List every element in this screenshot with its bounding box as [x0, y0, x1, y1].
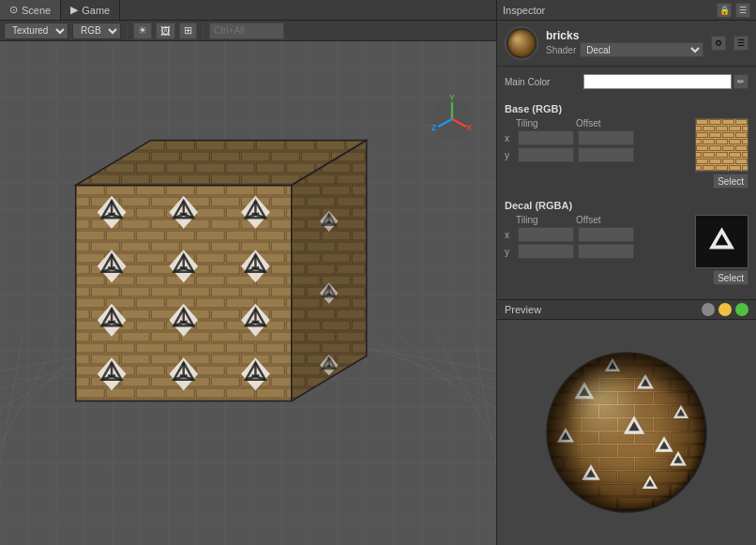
scene-tab-label: Scene [22, 5, 51, 16]
base-tiling-y-input[interactable]: 1 [518, 147, 574, 162]
shader-dropdown[interactable]: Decal [580, 42, 703, 57]
scene-viewport[interactable] [0, 41, 496, 545]
decal-rgba-section: Decal (RGBA) Tiling Offset x 4 [497, 192, 756, 289]
material-settings-btn[interactable]: ⚙ [711, 36, 726, 51]
base-tiling-x-input[interactable]: 1 [518, 130, 574, 145]
scene-canvas [0, 41, 496, 545]
preview-title: Preview [505, 304, 702, 315]
base-offset-y-input[interactable]: 0 [578, 147, 634, 162]
base-texture-preview [695, 118, 748, 172]
base-texture-controls: Tiling Offset x 1 0 y 1 [505, 118, 689, 164]
shader-label: Shader [546, 45, 576, 55]
color-space-select[interactable]: RGB [72, 23, 121, 39]
base-y-label: y [505, 150, 514, 160]
preview-header: Preview [497, 299, 756, 320]
decal-tiling-x-input[interactable]: 4 [518, 227, 574, 242]
toolbar-divider-1 [127, 23, 128, 38]
decal-texture-controls: Tiling Offset x 4 0 y 4 [505, 215, 689, 261]
main-color-input[interactable] [583, 74, 732, 89]
decal-rgba-title: Decal (RGBA) [505, 200, 748, 211]
search-input[interactable] [209, 23, 284, 39]
grid-btn[interactable]: ⊞ [179, 23, 197, 39]
preview-controls [702, 303, 748, 316]
decal-y-row: y 4 0 [505, 244, 689, 259]
base-col-headers: Tiling Offset [505, 118, 689, 129]
decal-offset-header: Offset [574, 215, 634, 225]
tab-scene[interactable]: ⊙ Scene [0, 0, 61, 20]
tab-game[interactable]: ▶ Game [61, 0, 120, 20]
main-color-value-box: ✏ [583, 74, 748, 89]
tab-bar: ⊙ Scene ▶ Game [0, 0, 496, 21]
base-texture-row: Tiling Offset x 1 0 y 1 [505, 118, 748, 189]
decal-col-headers: Tiling Offset [505, 215, 689, 225]
gizmo-canvas [426, 93, 477, 144]
preview-area [497, 320, 756, 545]
toolbar-divider-2 [203, 23, 204, 38]
preview-btn-green[interactable] [735, 303, 748, 316]
decal-select-btn[interactable]: Select [713, 270, 748, 285]
decal-texture-right: Select [695, 215, 748, 285]
decal-tiling-header: Tiling [514, 215, 574, 225]
base-rgb-section: Base (RGB) Tiling Offset x 1 0 [497, 96, 756, 192]
inspector-menu-btn[interactable]: ☰ [735, 3, 750, 18]
material-name: bricks [546, 29, 703, 42]
inspector-title: Inspector [503, 5, 717, 16]
inspector-header: Inspector 🔒 ☰ [497, 0, 756, 21]
shader-row: Shader Decal [546, 42, 703, 57]
orientation-gizmo[interactable] [426, 93, 477, 144]
base-offset-x-input[interactable]: 0 [578, 130, 634, 145]
game-tab-label: Game [82, 5, 110, 16]
inspector-icons: 🔒 ☰ [717, 3, 750, 18]
decal-offset-x-input[interactable]: 0 [578, 227, 634, 242]
base-y-row: y 1 0 [505, 147, 689, 162]
base-rgb-title: Base (RGB) [505, 103, 748, 114]
decal-tiling-y-input[interactable]: 4 [518, 244, 574, 259]
decal-y-label: y [505, 247, 514, 257]
game-tab-icon: ▶ [70, 4, 78, 16]
inspector-body: Main Color ✏ Base (RGB) Tiling [497, 67, 756, 299]
base-x-label: x [505, 133, 514, 144]
main-color-label: Main Color [505, 77, 580, 87]
preview-canvas [505, 339, 748, 526]
decal-texture-preview [695, 215, 748, 268]
eyedropper-btn[interactable]: ✏ [733, 74, 748, 89]
main-color-row: Main Color ✏ [505, 74, 748, 89]
base-tiling-header: Tiling [514, 118, 574, 129]
base-x-row: x 1 0 [505, 130, 689, 145]
decal-x-row: x 4 0 [505, 227, 689, 242]
material-icon [505, 26, 538, 60]
render-mode-select[interactable]: Textured [4, 23, 68, 39]
base-offset-header: Offset [574, 118, 634, 129]
material-header: bricks Shader Decal ⚙ ☰ [497, 21, 756, 67]
material-info: bricks Shader Decal [546, 29, 703, 57]
sun-btn[interactable]: ☀ [133, 23, 152, 39]
material-menu-btn[interactable]: ☰ [733, 36, 748, 51]
base-texture-right: Select [695, 118, 748, 189]
scene-toolbar: Textured RGB ☀ 🖼 ⊞ [0, 21, 496, 41]
preview-btn-gray[interactable] [702, 303, 715, 316]
main-color-section: Main Color ✏ [497, 70, 756, 96]
preview-btn-yellow[interactable] [718, 303, 732, 316]
decal-x-label: x [505, 230, 514, 240]
decal-texture-row: Tiling Offset x 4 0 y 4 [505, 215, 748, 285]
decal-offset-y-input[interactable]: 0 [578, 244, 634, 259]
image-btn[interactable]: 🖼 [156, 23, 175, 39]
inspector-panel: Inspector 🔒 ☰ bricks Shader Decal ⚙ ☰ [497, 0, 756, 545]
inspector-lock-btn[interactable]: 🔒 [717, 3, 732, 18]
scene-tab-icon: ⊙ [9, 4, 18, 16]
base-select-btn[interactable]: Select [713, 174, 748, 189]
